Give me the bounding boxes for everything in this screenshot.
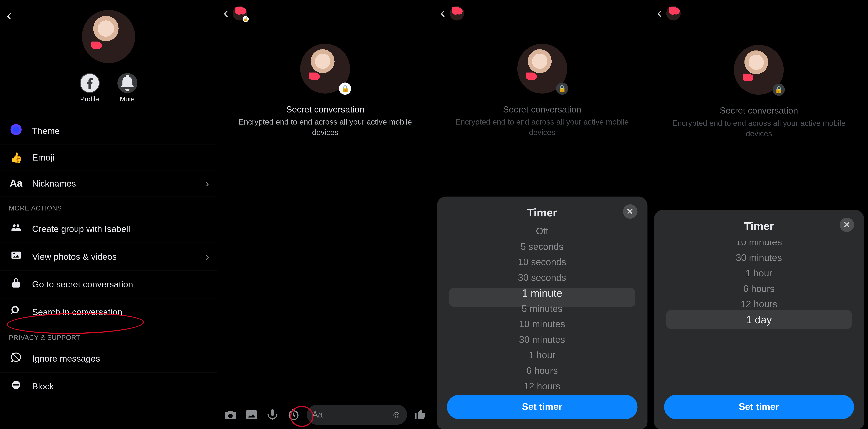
placeholder: Aa — [312, 410, 323, 420]
theme-icon — [9, 124, 23, 138]
menu-create-group[interactable]: Create group with Isabell — [0, 215, 217, 243]
timer-option[interactable]: 6 hours — [526, 363, 558, 379]
menu-nicknames[interactable]: Aa Nicknames › — [0, 171, 217, 197]
timer-option[interactable]: 6 hours — [743, 281, 775, 297]
back-icon[interactable]: ‹ — [657, 4, 662, 22]
timer-option[interactable]: 12 hours — [741, 297, 777, 312]
profile-label: Profile — [80, 95, 99, 103]
header-avatar[interactable] — [450, 6, 464, 20]
timer-option[interactable]: 1 hour — [529, 348, 555, 363]
back-icon[interactable]: ‹ — [7, 7, 12, 24]
menu-label: Ignore messages — [32, 354, 100, 364]
secret-title: Secret conversation — [234, 104, 417, 115]
menu-label: Search in conversation — [32, 307, 122, 317]
timer-sheet: Timer ✕ Off5 seconds10 seconds30 seconds… — [654, 210, 864, 429]
header-avatar[interactable] — [666, 6, 681, 20]
secret-subtitle: Encrypted end to end across all your act… — [667, 118, 851, 139]
ignore-icon — [9, 351, 23, 365]
avatar[interactable] — [82, 10, 135, 63]
avatar: 🔒 — [517, 44, 567, 93]
secret-title: Secret conversation — [667, 106, 851, 116]
timer-panel-1min: ‹ 🔒 Secret conversation Encrypted end to… — [434, 0, 650, 429]
chevron-right-icon: › — [206, 177, 209, 190]
menu-secret-conversation[interactable]: Go to secret conversation — [0, 271, 217, 299]
menu-ignore[interactable]: Ignore messages — [0, 345, 217, 373]
gallery-icon[interactable] — [243, 407, 259, 423]
menu-label: Emoji — [32, 153, 54, 163]
chevron-right-icon: › — [206, 250, 209, 263]
group-icon — [9, 222, 23, 236]
set-timer-button[interactable]: Set timer — [447, 395, 637, 419]
timer-option[interactable]: 5 seconds — [521, 239, 564, 255]
timer-wheel[interactable]: Off5 seconds10 seconds30 seconds1 minute… — [447, 228, 637, 389]
secret-subtitle: Encrypted end to end across all your act… — [450, 117, 634, 138]
timer-wheel[interactable]: Off5 seconds10 seconds30 seconds1 minute… — [664, 241, 854, 389]
facebook-icon — [80, 73, 100, 93]
back-icon[interactable]: ‹ — [440, 4, 445, 22]
composer-bar: Aa ☺ — [217, 405, 434, 425]
timer-sheet: Timer ✕ Off5 seconds10 seconds30 seconds… — [437, 196, 647, 429]
svg-rect-2 — [13, 384, 19, 386]
avatar: 🔒 — [734, 45, 784, 95]
search-icon — [9, 305, 23, 319]
timer-panel-1day: ‹ 🔒 Secret conversation Encrypted end to… — [650, 0, 867, 429]
secret-title: Secret conversation — [450, 104, 634, 115]
menu-emoji[interactable]: 👍 Emoji — [0, 145, 217, 171]
lock-badge-icon: 🔒 — [339, 83, 351, 95]
menu-label: Block — [32, 381, 54, 391]
section-more-actions: MORE ACTIONS — [0, 196, 217, 215]
timer-option[interactable]: 30 seconds — [518, 270, 566, 286]
header-avatar[interactable]: 🔒 — [233, 6, 247, 20]
sheet-title: Timer — [527, 207, 557, 219]
secret-subtitle: Encrypted end to end across all your act… — [234, 117, 417, 138]
timer-option[interactable]: 12 hours — [524, 379, 560, 389]
menu-block[interactable]: Block — [0, 373, 217, 400]
mute-action[interactable]: Mute — [117, 73, 137, 103]
lock-badge-icon: 🔒 — [556, 83, 568, 95]
menu-label: Nicknames — [32, 179, 76, 188]
timer-icon[interactable] — [285, 407, 301, 423]
timer-option[interactable]: 5 minutes — [522, 301, 563, 317]
timer-option[interactable]: 10 minutes — [519, 317, 565, 332]
back-icon[interactable]: ‹ — [223, 4, 228, 22]
profile-action[interactable]: Profile — [80, 73, 100, 103]
lock-badge-icon: 🔒 — [773, 84, 785, 96]
menu-label: Theme — [32, 126, 60, 136]
menu-label: View photos & videos — [32, 252, 117, 262]
timer-option[interactable]: 1 hour — [746, 266, 772, 281]
like-icon[interactable] — [413, 407, 428, 423]
menu-label: Create group with Isabell — [32, 224, 130, 234]
timer-option[interactable]: 10 minutes — [736, 241, 782, 250]
sheet-title: Timer — [744, 220, 774, 232]
settings-panel: ‹ Profile Mute Theme 👍 — [0, 0, 217, 429]
timer-option[interactable]: 30 minutes — [736, 250, 782, 266]
menu-theme[interactable]: Theme — [0, 117, 217, 145]
section-privacy: PRIVACY & SUPPORT — [0, 326, 217, 345]
timer-option[interactable]: Off — [536, 228, 548, 239]
menu-view-photos[interactable]: View photos & videos › — [0, 243, 217, 271]
set-timer-button[interactable]: Set timer — [664, 395, 854, 419]
timer-option[interactable]: 30 minutes — [519, 332, 565, 348]
secret-chat-panel: ‹ 🔒 🔒 Secret conversation Encrypted end … — [217, 0, 434, 429]
block-icon — [9, 379, 23, 393]
menu-label: Go to secret conversation — [32, 279, 133, 289]
mic-icon[interactable] — [265, 407, 280, 423]
emoji-picker-icon[interactable]: ☺ — [391, 409, 402, 421]
camera-icon[interactable] — [222, 407, 238, 423]
menu-search[interactable]: Search in conversation — [0, 299, 217, 326]
thumbs-up-icon: 👍 — [9, 152, 23, 164]
lock-icon — [9, 277, 23, 291]
message-input[interactable]: Aa ☺ — [307, 405, 407, 425]
close-icon[interactable]: ✕ — [623, 204, 637, 219]
timer-option[interactable]: 10 seconds — [518, 255, 566, 270]
bell-icon — [117, 73, 137, 93]
aa-icon: Aa — [9, 178, 23, 189]
close-icon[interactable]: ✕ — [840, 218, 854, 232]
timer-option[interactable]: 1 day — [746, 312, 772, 328]
photo-icon — [9, 250, 23, 264]
mute-label: Mute — [120, 95, 135, 103]
avatar[interactable]: 🔒 — [300, 44, 350, 93]
timer-option[interactable]: 1 minute — [522, 286, 562, 301]
